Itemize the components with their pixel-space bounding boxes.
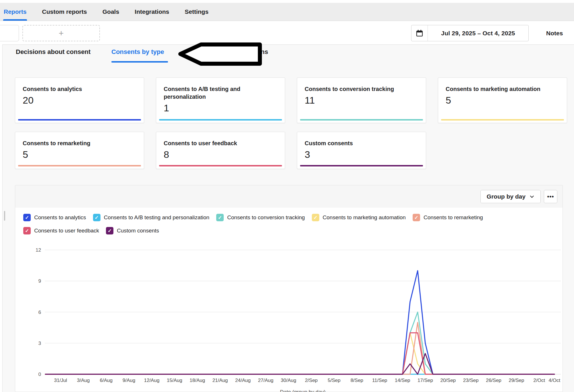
card-title: Consents to user feedback [164,139,263,147]
card-title: Consents to conversion tracking [305,85,404,93]
date-range-picker[interactable]: Jul 29, 2025 – Oct 4, 2025 [411,25,529,41]
svg-text:23/Sep: 23/Sep [463,378,479,383]
svg-text:3/Aug: 3/Aug [77,378,90,383]
legend-item-conversion-tracking[interactable]: ✓ Consents to conversion tracking [216,214,305,221]
svg-text:30/Aug: 30/Aug [281,378,296,383]
svg-text:4/Oct: 4/Oct [549,378,561,383]
card-value: 20 [23,95,136,106]
dashboard-tab-partial[interactable] [0,25,19,41]
card-accent-bar [18,119,141,121]
svg-text:20/Sep: 20/Sep [440,378,456,383]
date-range-text: Jul 29, 2025 – Oct 4, 2025 [428,25,528,41]
svg-text:9: 9 [38,278,41,284]
card-accent-bar [441,119,564,121]
svg-text:17/Sep: 17/Sep [418,378,433,383]
consents-chart-panel: Group by day ••• ✓ Consents to analytics… [15,185,563,392]
group-by-select[interactable]: Group by day [480,190,541,203]
card-consents-to-remarketing: Consents to remarketing 5 [15,132,144,169]
chart-panel-header: Group by day ••• [15,185,563,207]
svg-text:9/Aug: 9/Aug [123,378,135,383]
card-consents-to-marketing-automation: Consents to marketing automation 5 [438,77,567,123]
card-consents-to-user-feedback: Consents to user feedback 8 [156,132,285,169]
checkbox-checked-icon: ✓ [413,214,420,221]
metric-cards-grid: Consents to analytics 20 Consents to A/B… [15,77,567,169]
svg-text:27/Aug: 27/Aug [258,378,273,383]
legend-label: Consents to user feedback [34,228,99,234]
more-options-button[interactable]: ••• [544,190,557,203]
svg-text:26/Sep: 26/Sep [486,378,501,383]
add-dashboard-tab-button[interactable]: + [22,25,100,41]
nav-item-goals[interactable]: Goals [103,3,119,21]
active-tab-underline [111,61,168,63]
svg-text:12/Aug: 12/Aug [144,378,159,383]
svg-text:2/Sep: 2/Sep [305,378,318,383]
card-title: Consents to analytics [23,85,122,93]
chart-legend: ✓ Consents to analytics ✓ Consents to A/… [15,207,563,236]
svg-text:31/Jul: 31/Jul [54,378,67,383]
legend-item-user-feedback[interactable]: ✓ Consents to user feedback [23,227,99,234]
nav-item-settings[interactable]: Settings [185,3,208,21]
svg-text:6/Aug: 6/Aug [100,378,112,383]
legend-label: Consents to A/B testing and personalizat… [104,214,210,221]
legend-label: Consents to marketing automation [323,214,406,221]
plus-icon: + [59,28,64,38]
chart-plot-area: 03691231/Jul3/Aug6/Aug9/Aug12/Aug15/Aug1… [15,236,563,392]
card-value: 1 [164,102,277,114]
legend-item-ab-testing[interactable]: ✓ Consents to A/B testing and personaliz… [93,214,210,221]
legend-item-remarketing[interactable]: ✓ Consents to remarketing [413,214,483,221]
svg-text:29/Sep: 29/Sep [509,378,524,383]
legend-label: Consents to remarketing [424,214,483,221]
card-value: 8 [164,149,277,160]
svg-text:5/Sep: 5/Sep [328,378,340,383]
card-title: Consents to A/B testing and personalizat… [164,85,263,101]
calendar-icon [411,25,428,41]
card-title: Custom consents [305,139,404,147]
nav-item-custom-reports[interactable]: Custom reports [42,3,87,21]
card-consents-to-analytics: Consents to analytics 20 [15,77,144,123]
card-value: 5 [23,149,136,160]
svg-text:0: 0 [38,372,41,377]
svg-text:6: 6 [38,310,41,315]
card-title: Consents to remarketing [23,139,122,147]
svg-text:11/Sep: 11/Sep [372,378,387,383]
card-accent-bar [159,119,282,121]
svg-text:3: 3 [38,341,41,346]
card-accent-bar [300,165,423,166]
svg-text:8/Sep: 8/Sep [351,378,363,383]
tab-decisions-about-consent[interactable]: Decisions about consent [16,48,90,56]
svg-text:14/Sep: 14/Sep [395,378,410,383]
card-title: Consents to marketing automation [446,85,545,93]
card-consents-to-ab-testing: Consents to A/B testing and personalizat… [156,77,285,123]
legend-item-marketing-automation[interactable]: ✓ Consents to marketing automation [312,214,406,221]
legend-label: Consents to conversion tracking [227,214,305,221]
top-navbar: Reports Custom reports Goals Integration… [0,3,574,21]
nav-item-reports[interactable]: Reports [4,3,26,21]
consent-line-chart: 03691231/Jul3/Aug6/Aug9/Aug12/Aug15/Aug1… [15,236,563,392]
tab-hidden-fragment[interactable]: ns [261,48,268,56]
card-custom-consents: Custom consents 3 [297,132,426,169]
card-accent-bar [18,165,141,166]
legend-label: Consents to analytics [34,214,86,221]
checkbox-checked-icon: ✓ [93,214,101,221]
checkbox-checked-icon: ✓ [23,214,31,221]
tab-consents-by-type[interactable]: Consents by type [111,48,164,56]
notes-button[interactable]: Notes [546,25,563,41]
group-by-label: Group by day [487,193,525,200]
svg-text:18/Aug: 18/Aug [190,378,205,383]
card-value: 11 [305,95,418,106]
svg-text:12: 12 [36,247,41,253]
nav-item-integrations[interactable]: Integrations [135,3,169,21]
legend-item-analytics[interactable]: ✓ Consents to analytics [23,214,86,221]
chevron-down-icon [529,194,534,199]
legend-item-custom-consents[interactable]: ✓ Custom consents [106,227,159,234]
card-value: 5 [446,95,559,106]
checkbox-checked-icon: ✓ [312,214,319,221]
svg-text:Date (group by day): Date (group by day) [280,389,326,392]
card-accent-bar [300,119,423,121]
card-consents-to-conversion-tracking: Consents to conversion tracking 11 [297,77,426,123]
svg-text:15/Aug: 15/Aug [167,378,182,383]
svg-text:24/Aug: 24/Aug [235,378,251,383]
checkbox-checked-icon: ✓ [106,227,113,234]
left-edge-handle [4,211,5,221]
checkbox-checked-icon: ✓ [216,214,224,221]
